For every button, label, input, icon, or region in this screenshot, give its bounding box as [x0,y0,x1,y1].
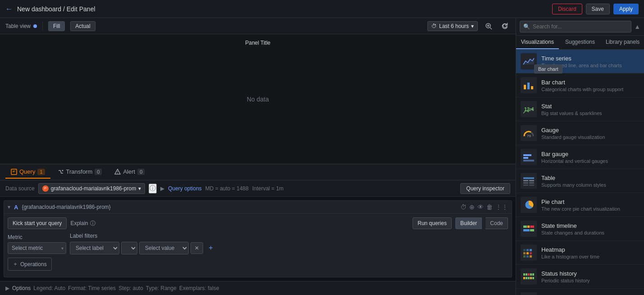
query-time-icon[interactable]: ⏱ [460,203,467,211]
tab-query-badge: 1 [37,169,45,175]
viz-icon-stat: 12.4 [521,101,537,117]
viz-item-table[interactable]: Table Supports many column styles [516,169,644,193]
metric-label: Metric [8,234,66,240]
viz-item-bar-chart[interactable]: Bar chart Categorical charts with group … [516,74,644,97]
viz-desc-bar-gauge: Horizontal and vertical gauges [541,158,639,164]
query-drag-icon[interactable]: ⋮⋮ [495,203,508,211]
right-panel: 🔍 ▲ Visualizations Suggestions Library p… [516,18,644,295]
panel-collapse-button[interactable]: ▲ [634,23,640,30]
time-range-picker[interactable]: ⏱ Last 6 hours ▾ [427,21,478,31]
viz-icon-table [521,173,537,189]
tab-visualizations[interactable]: Visualizations [516,36,559,49]
operations-row: ＋ Operations [8,255,508,273]
builder-button[interactable]: Builder [455,217,482,229]
svg-rect-39 [528,273,530,276]
zoom-icon [485,23,492,30]
query-hide-icon[interactable]: 👁 [477,203,484,211]
query-row-a: ▾ A {grafanacloud-marialavrik1986-prom} … [4,200,512,277]
viz-item-pie-chart[interactable]: Pie chart The new core pie chart visuali… [516,193,644,217]
query-duplicate-icon[interactable]: ⊕ [469,203,475,211]
viz-item-gauge[interactable]: 79 Gauge Standard gauge visualization [516,121,644,145]
discard-button[interactable]: Discard [552,4,582,14]
value-select[interactable]: Select value [139,242,189,254]
options-chevron-icon[interactable]: ▶ [5,285,9,291]
datasource-select[interactable]: P grafanacloud-marialavrik1986-prom ▾ [38,183,145,194]
tab-suggestions[interactable]: Suggestions [559,36,602,49]
svg-rect-45 [530,277,532,279]
query-row-actions: ⏱ ⊕ 👁 🗑 ⋮⋮ [460,203,508,211]
apply-button[interactable]: Apply [613,4,639,14]
svg-rect-8 [524,85,526,89]
query-delete-icon[interactable]: 🗑 [486,203,493,211]
svg-rect-35 [526,255,529,258]
options-step: Step: auto [118,285,143,291]
viz-item-time-series[interactable]: Time series Time based line, area and ba… [516,50,644,74]
label-select[interactable]: Select label [70,242,119,254]
viz-item-stat[interactable]: 12.4 Stat Big stat values & sparklines [516,97,644,121]
code-button[interactable]: Code [485,217,508,229]
kick-start-button[interactable]: Kick start your query [8,217,67,229]
svg-rect-23 [523,226,527,228]
tab-transform-label: Transform [66,168,93,175]
collapse-query-icon[interactable]: ▾ [8,204,10,210]
viz-item-heatmap[interactable]: Heatmap Like a histogram over time [516,241,644,265]
back-button[interactable]: ← [5,5,13,13]
query-row-header: ▾ A {grafanacloud-marialavrik1986-prom} … [4,201,512,214]
datasource-info-button[interactable]: ⓘ [149,184,157,194]
label-select-wrapper: Select label [70,242,119,254]
datasource-name: grafanacloud-marialavrik1986-prom [51,185,136,192]
query-name: {grafanacloud-marialavrik1986-prom} [22,204,457,210]
filter-add-button[interactable]: ＋ [205,241,217,255]
tab-transform[interactable]: Transform 0 [52,166,108,179]
left-panel: Table view Fill Actual ⏱ Last 6 hours ▾ [0,18,516,295]
svg-rect-9 [527,83,530,89]
query-body: Kick start your query Explain ⓘ Run quer… [4,214,512,277]
options-type: Type: Range [146,285,177,291]
table-view-label: Table view [5,23,31,29]
query-options-link[interactable]: Query options [168,185,202,192]
expand-icon[interactable]: ▶ [160,185,164,192]
page-title: New dashboard / Edit Panel [17,5,548,13]
toolbar-separator-1 [42,22,43,31]
viz-icon-state-timeline [521,221,537,237]
options-label[interactable]: Options [12,285,31,291]
fill-button[interactable]: Fill [48,21,65,31]
viz-name-pie-chart: Pie chart [541,198,639,205]
query-inspector-button[interactable]: Query inspector [460,183,510,194]
viz-tabs: Visualizations Suggestions Library panel… [516,36,644,50]
main-layout: Table view Fill Actual ⏱ Last 6 hours ▾ [0,18,644,295]
query-letter: A [14,204,18,211]
filter-remove-button[interactable]: ✕ [190,242,203,254]
operator-select[interactable]: = != =~ [121,242,137,254]
operations-plus-icon: ＋ [13,260,18,268]
viz-item-status-history[interactable]: Status history Periodic status history [516,265,644,289]
save-button[interactable]: Save [586,4,610,14]
viz-item-histogram[interactable]: Histogram [516,289,644,295]
tab-library-panels[interactable]: Library panels [601,36,644,49]
svg-rect-30 [530,249,532,251]
svg-rect-27 [530,229,534,231]
actual-button[interactable]: Actual [70,21,95,31]
search-input[interactable] [520,21,631,32]
viz-item-state-timeline[interactable]: State timeline State changes and duratio… [516,217,644,241]
svg-rect-42 [523,277,525,279]
viz-desc-pie-chart: The new core pie chart visualization [541,206,639,212]
run-queries-button[interactable]: Run queries [413,217,452,229]
viz-icon-gauge: 79 [521,125,537,141]
tab-query[interactable]: Query 1 [5,166,50,179]
viz-list: Time series Time based line, area and ba… [516,50,644,295]
table-view-toggle[interactable]: Table view [5,23,37,29]
viz-desc-state-timeline: State changes and durations [541,230,639,235]
refresh-button[interactable] [499,21,510,32]
label-filters-label: Label filters [70,233,217,239]
metric-select[interactable]: Select metric [8,242,66,254]
transform-tab-icon [58,169,64,175]
zoom-in-button[interactable] [483,21,494,32]
svg-rect-16 [523,177,534,179]
svg-rect-40 [530,273,532,276]
operations-button[interactable]: ＋ Operations [8,258,52,271]
tab-alert[interactable]: Alert 0 [109,166,150,179]
search-wrapper: 🔍 [520,21,631,32]
query-body-top: Kick start your query Explain ⓘ Run quer… [8,217,508,229]
viz-item-bar-gauge[interactable]: Bar gauge Horizontal and vertical gauges [516,145,644,169]
